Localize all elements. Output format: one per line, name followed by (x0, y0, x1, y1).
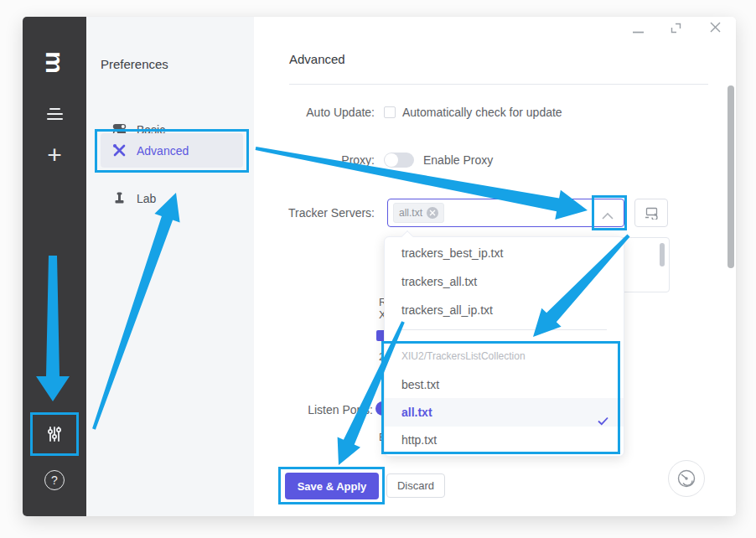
minimize-button[interactable] (629, 23, 646, 40)
motrix-logo-icon: m (42, 51, 67, 73)
tracker-servers-label: Tracker Servers: (254, 201, 375, 225)
close-icon (429, 210, 436, 216)
minimize-icon (633, 31, 644, 34)
task-list-button[interactable] (23, 103, 86, 123)
help-icon: ? (44, 470, 65, 490)
sidebar-item-label: Advanced (137, 144, 189, 158)
sidebar-item-lab[interactable]: Lab (101, 181, 243, 215)
textarea-scrollbar[interactable] (660, 243, 665, 266)
proxy-toggle[interactable] (384, 153, 414, 168)
task-list-icon (49, 108, 60, 110)
add-task-button[interactable]: + (23, 142, 86, 168)
dropdown-group-label: XIU2/TrackersListCollection (401, 344, 526, 368)
dropdown-option[interactable]: trackers_best_ip.txt (385, 239, 624, 267)
dropdown-option[interactable]: trackers_all.txt (385, 267, 624, 296)
lab-icon (112, 191, 127, 205)
speed-gauge-button[interactable] (668, 460, 705, 497)
dropdown-option-selected[interactable]: all.txt (385, 398, 624, 427)
preferences-button[interactable] (23, 422, 86, 446)
close-icon (710, 22, 721, 33)
app-window: m + (23, 17, 736, 516)
dropdown-option[interactable]: trackers_all_ip.txt (385, 296, 624, 324)
save-apply-button[interactable]: Save & Apply (285, 473, 379, 499)
plus-icon: + (47, 143, 62, 167)
sliders-icon (44, 424, 65, 444)
dropdown-option[interactable]: http.txt (385, 427, 624, 453)
auto-update-checkbox-label: Automatically check for update (402, 101, 562, 124)
close-button[interactable] (707, 18, 723, 35)
sync-trackers-button[interactable] (634, 199, 668, 227)
preferences-panel: Preferences Basic (86, 17, 254, 516)
help-button[interactable]: ? (23, 468, 86, 492)
page-title: Advanced (289, 52, 345, 66)
tag-remove-button[interactable] (427, 207, 438, 219)
panel-title: Preferences (101, 57, 168, 71)
restore-icon (671, 23, 681, 34)
tools-icon (112, 143, 127, 158)
tracker-servers-select[interactable]: all.txt (387, 199, 624, 227)
tracker-source-dropdown: trackers_best_ip.txt trackers_all.txt tr… (384, 236, 624, 457)
auto-update-checkbox[interactable] (384, 106, 396, 118)
discard-button[interactable]: Discard (386, 473, 445, 498)
dropdown-divider (401, 329, 607, 330)
sidebar-item-label: Lab (137, 192, 156, 205)
dropdown-option[interactable]: best.txt (385, 371, 624, 398)
proxy-label: Proxy: (254, 148, 375, 172)
restore-button[interactable] (667, 19, 684, 36)
sidebar: m + (23, 17, 86, 516)
sidebar-item-advanced[interactable]: Advanced (101, 133, 243, 168)
screenshot-canvas: m + (0, 0, 756, 538)
selected-tracker-tag: all.txt (393, 203, 444, 223)
sync-icon (645, 207, 659, 220)
proxy-toggle-label: Enable Proxy (423, 148, 493, 172)
gauge-icon (676, 468, 697, 489)
chevron-up-icon[interactable] (602, 208, 614, 223)
app-logo: m (23, 49, 86, 75)
advanced-settings-page: Advanced Auto Update: Automatically chec… (254, 17, 736, 516)
listen-ports-label: Listen Ports: (254, 398, 373, 422)
auto-update-label: Auto Update: (254, 101, 375, 124)
page-scrollbar[interactable] (728, 85, 734, 268)
title-divider (289, 84, 708, 85)
